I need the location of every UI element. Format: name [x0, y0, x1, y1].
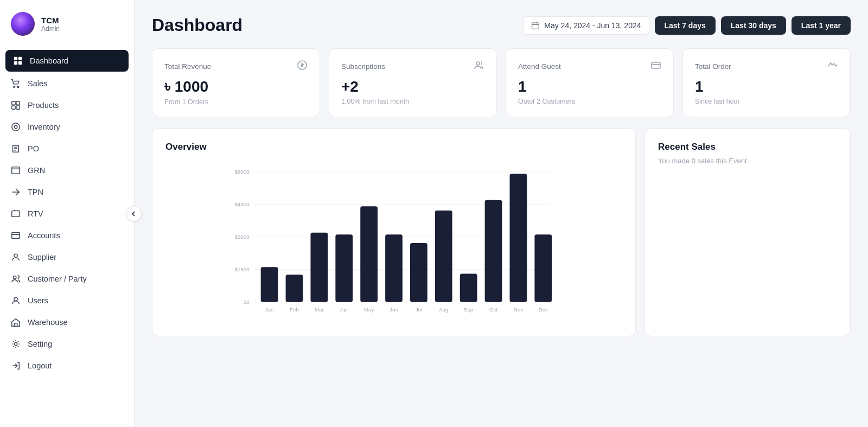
svg-rect-1 — [18, 57, 22, 60]
sidebar-item-grn[interactable]: GRN — [0, 160, 134, 181]
sidebar-item-label: Inventory — [28, 123, 60, 131]
sidebar-item-label: Accounts — [28, 231, 60, 240]
recent-sales-card: Recent Sales You made 0 sales this Event… — [644, 128, 851, 336]
svg-rect-20 — [532, 23, 539, 29]
sidebar-item-label: TPN — [28, 188, 43, 196]
svg-rect-43 — [485, 200, 502, 302]
svg-rect-8 — [12, 106, 15, 109]
header-controls: May 24, 2024 - Jun 13, 2024 Last 7 days … — [523, 16, 851, 35]
sidebar-item-customer-party[interactable]: Customer / Party — [0, 268, 134, 290]
grn-icon — [11, 165, 21, 175]
svg-text:Mar: Mar — [315, 307, 324, 313]
svg-rect-12 — [12, 167, 20, 174]
main-content: Dashboard May 24, 2024 - Jun 13, 2024 La… — [135, 0, 868, 427]
svg-rect-42 — [460, 274, 477, 302]
svg-text:Oct: Oct — [489, 307, 497, 313]
sidebar-item-users[interactable]: Users — [0, 290, 134, 311]
sidebar-item-label: Sales — [28, 79, 47, 88]
sales-icon — [11, 79, 21, 88]
svg-text:Apr: Apr — [340, 307, 349, 313]
stat-card-header: Total Order — [695, 60, 838, 73]
last-30-days-button[interactable]: Last 30 days — [721, 16, 786, 35]
svg-point-19 — [14, 342, 17, 345]
collapse-sidebar-button[interactable] — [126, 206, 142, 221]
svg-rect-7 — [16, 101, 20, 105]
products-icon — [11, 100, 21, 110]
po-icon — [11, 144, 21, 154]
sidebar-item-po[interactable]: PO — [0, 138, 134, 160]
stat-value-order: 1 — [695, 78, 838, 95]
accounts-icon — [11, 231, 21, 240]
svg-text:$4500: $4500 — [235, 201, 250, 207]
svg-text:May: May — [364, 307, 374, 313]
sidebar-nav: Dashboard Sales Products Inventory — [0, 46, 134, 427]
svg-text:$6000: $6000 — [235, 169, 250, 175]
sidebar-item-label: Products — [28, 101, 59, 110]
sidebar-item-warehouse[interactable]: Warehouse — [0, 311, 134, 333]
svg-text:Aug: Aug — [439, 307, 448, 313]
sidebar-item-inventory[interactable]: Inventory — [0, 116, 134, 138]
avatar — [11, 12, 35, 36]
setting-icon — [11, 339, 21, 349]
recent-sales-title: Recent Sales — [658, 142, 837, 152]
last-7-days-button[interactable]: Last 7 days — [655, 16, 716, 35]
stats-row: Total Revenue ৳ 1000 From 1 Orders Subsc… — [152, 48, 851, 117]
sidebar-item-accounts[interactable]: Accounts — [0, 225, 134, 246]
sidebar-item-label: Supplier — [28, 253, 56, 262]
sidebar-item-label: Setting — [28, 340, 52, 348]
svg-text:Dec: Dec — [539, 307, 548, 313]
stat-card-order: Total Order 1 Since last hour — [682, 48, 851, 117]
sidebar-item-dashboard[interactable]: Dashboard — [5, 50, 129, 72]
customer-party-icon — [11, 274, 21, 284]
page-title: Dashboard — [152, 15, 242, 35]
stat-card-subscriptions: Subscriptions +2 1.00% from last month — [329, 48, 497, 117]
stat-sub-subscriptions: 1.00% from last month — [341, 98, 484, 105]
sidebar-item-label: Dashboard — [30, 56, 68, 65]
svg-text:Jun: Jun — [390, 307, 398, 313]
stat-card-header: Total Revenue — [164, 60, 308, 73]
sidebar-item-label: GRN — [28, 166, 45, 175]
overview-title: Overview — [165, 142, 622, 152]
sidebar-item-supplier[interactable]: Supplier — [0, 246, 134, 268]
svg-rect-39 — [385, 234, 403, 302]
date-range-text: May 24, 2024 - Jun 13, 2024 — [544, 21, 641, 30]
sidebar-item-logout[interactable]: Logout — [0, 355, 134, 377]
sidebar-item-tpn[interactable]: TPN — [0, 181, 134, 203]
svg-rect-34 — [261, 267, 278, 302]
tpn-icon — [11, 187, 21, 197]
svg-rect-9 — [16, 106, 20, 109]
stat-sub-guest: Outof 2 Customers — [518, 98, 661, 105]
sidebar-item-label: Warehouse — [28, 318, 68, 327]
stat-card-header: Subscriptions — [341, 60, 484, 73]
stat-card-header: Attend Guest — [518, 60, 661, 73]
sidebar-item-label: Customer / Party — [28, 275, 87, 283]
svg-rect-45 — [534, 234, 552, 302]
sidebar-item-products[interactable]: Products — [0, 94, 134, 116]
users-icon — [11, 296, 21, 305]
svg-point-16 — [14, 276, 16, 279]
svg-rect-36 — [310, 233, 328, 302]
svg-point-4 — [14, 86, 15, 88]
users-stat-icon — [474, 60, 484, 73]
svg-point-11 — [14, 125, 17, 128]
svg-point-5 — [17, 86, 19, 88]
sidebar-item-sales[interactable]: Sales — [0, 73, 134, 94]
svg-text:Jan: Jan — [265, 307, 274, 313]
overview-bar-chart: $6000 $4500 $3000 $1500 $0 — [165, 162, 622, 325]
stat-value-subscriptions: +2 — [341, 78, 484, 95]
dashboard-icon — [13, 56, 23, 66]
chart-area: $6000 $4500 $3000 $1500 $0 — [165, 162, 622, 327]
sidebar-item-rtv[interactable]: RTV — [0, 203, 134, 225]
stat-card-guest: Attend Guest 1 Outof 2 Customers — [506, 48, 674, 117]
svg-text:Sep: Sep — [464, 307, 473, 313]
last-1-year-button[interactable]: Last 1 year — [792, 16, 851, 35]
sidebar-item-setting[interactable]: Setting — [0, 333, 134, 355]
bottom-row: Overview $6000 $4500 $3000 $1500 $0 — [152, 128, 851, 336]
svg-rect-13 — [12, 211, 20, 217]
svg-rect-3 — [18, 61, 22, 65]
svg-rect-23 — [652, 62, 660, 68]
stat-label: Subscriptions — [341, 62, 385, 71]
overview-card: Overview $6000 $4500 $3000 $1500 $0 — [152, 128, 636, 336]
svg-text:$1500: $1500 — [235, 266, 250, 272]
dollar-icon — [297, 60, 308, 73]
